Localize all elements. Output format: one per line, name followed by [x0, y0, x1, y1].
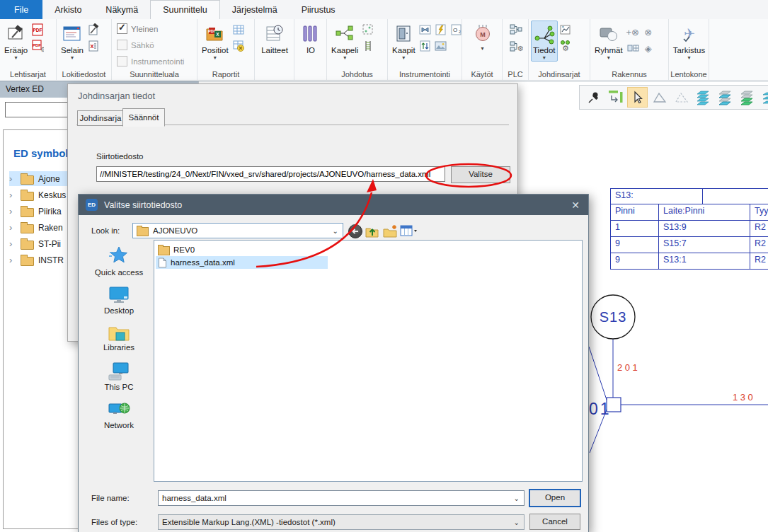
- tab-arkisto[interactable]: Arkisto: [42, 0, 93, 19]
- pdf-settings-icon[interactable]: PDF⚙: [30, 39, 45, 53]
- positiot-button[interactable]: PDFX Positiot: [200, 21, 231, 62]
- plc-structure-icon[interactable]: [509, 23, 523, 37]
- chevron-right-icon[interactable]: ›: [9, 238, 16, 249]
- layers-green-icon[interactable]: [737, 87, 757, 108]
- oxygen-doc-icon[interactable]: O2: [449, 23, 464, 37]
- pin-table-col-header: Tyyppi: [750, 204, 768, 221]
- cursor-icon[interactable]: [627, 87, 648, 108]
- cancel-button[interactable]: Cancel: [529, 514, 580, 530]
- pin-table: S13: Pinni Laite:Pinni Tyyppi 1 S13:9 R2…: [611, 189, 768, 270]
- checkbox-yleinen[interactable]: Yleinen: [117, 23, 193, 35]
- batch-run-icon: [6, 22, 26, 46]
- look-in-combo[interactable]: AJONEUVO ⌄: [132, 223, 343, 238]
- laitteet-button[interactable]: Laitteet: [259, 21, 290, 57]
- tab-piirustus[interactable]: Piirustus: [290, 0, 348, 19]
- tab-saannot[interactable]: Säännöt: [122, 108, 165, 127]
- place-libraries[interactable]: Libraries: [84, 323, 154, 352]
- triangle-dashed-icon[interactable]: [671, 87, 692, 108]
- log-xml-icon[interactable]: x: [86, 39, 101, 53]
- close-icon[interactable]: ✕: [571, 200, 580, 211]
- place-desktop[interactable]: Desktop: [84, 285, 154, 315]
- report-table-remove-icon[interactable]: [231, 39, 246, 53]
- place-network[interactable]: Network: [84, 400, 154, 429]
- tab-suunnittelu[interactable]: Suunnittelu: [150, 0, 220, 19]
- group-label-rakennus: Rakennus: [590, 69, 668, 80]
- tab-nakyma[interactable]: Näkymä: [93, 0, 150, 19]
- file-row-rev0[interactable]: REV0: [156, 243, 195, 256]
- place-this-pc[interactable]: This PC: [84, 362, 154, 391]
- diamond-icon[interactable]: ◈: [641, 41, 655, 55]
- kaapeli-button[interactable]: Kaapeli: [329, 21, 360, 62]
- pushpin-icon[interactable]: [583, 87, 604, 108]
- cable-pair-icon[interactable]: [361, 39, 375, 53]
- laitteet-label: Laitteet: [261, 46, 288, 55]
- ryhmat-button[interactable]: Ryhmät: [592, 21, 625, 62]
- layers-clipped-icon[interactable]: [759, 87, 768, 108]
- ribbon-group-lentokone: ✈ Tarkistus Lentokone: [669, 19, 709, 80]
- place-quick-access[interactable]: Quick access: [84, 245, 154, 277]
- group-label-lehtisarjat: Lehtisarjat: [0, 69, 56, 80]
- canvas-toolbar: [579, 85, 768, 110]
- checkbox-sahko[interactable]: Sähkö: [117, 39, 193, 51]
- file-row-harness-data[interactable]: harness_data.xml: [156, 256, 328, 269]
- x-circle-icon[interactable]: ⊗: [641, 25, 655, 39]
- tab-file[interactable]: File: [0, 0, 42, 19]
- kaytot-drive-button[interactable]: M: [471, 21, 495, 52]
- pin-table-col-header: Laite:Pinni: [658, 204, 750, 221]
- layers-mixed-icon[interactable]: [715, 87, 735, 108]
- eraajo-button[interactable]: Eräajo: [2, 21, 30, 62]
- checkbox-instrumentointi[interactable]: Instrumentointi: [117, 55, 193, 67]
- layers-cyan-icon[interactable]: [693, 87, 713, 108]
- signal-lightning-icon[interactable]: [434, 23, 448, 37]
- selain-button[interactable]: Selain: [59, 21, 86, 62]
- tab-johdinsarja[interactable]: Johdinsarja: [77, 110, 124, 126]
- chevron-right-icon[interactable]: ›: [9, 173, 16, 184]
- log-build-icon[interactable]: [86, 23, 101, 37]
- group-label-johdinsarjat: Johdinsarjat: [529, 69, 590, 80]
- cable-network-icon: [335, 22, 355, 46]
- new-folder-icon[interactable]: [382, 223, 398, 239]
- transfer-file-input[interactable]: [96, 166, 445, 182]
- chevron-right-icon[interactable]: ›: [9, 190, 16, 200]
- view-menu-icon[interactable]: [399, 223, 420, 239]
- chevron-down-icon: ⌄: [333, 227, 343, 235]
- valve-icon[interactable]: [418, 23, 432, 37]
- ribbon-group-laitteet: Laitteet: [255, 19, 294, 80]
- plc-settings-icon[interactable]: ⚙: [509, 40, 523, 54]
- file-list[interactable]: REV0 harness_data.xml: [154, 240, 583, 482]
- files-of-type-combo[interactable]: Extensible Markup Lang.(XML) -tiedostot …: [158, 514, 525, 530]
- tarkistus-button[interactable]: ✈ Tarkistus: [671, 21, 707, 62]
- ribbon-group-rakennus: Ryhmät +⊗ ⊗ ◈: [590, 19, 669, 80]
- io-button[interactable]: IO: [299, 21, 322, 57]
- triangle-icon[interactable]: [649, 87, 670, 108]
- file-name-combo[interactable]: harness_data.xml ⌄: [158, 490, 525, 506]
- file-dialog-titlebar[interactable]: ED Valitse siirtotiedosto ✕: [79, 195, 588, 215]
- kaapit-button[interactable]: Kaapit: [390, 21, 418, 62]
- back-icon[interactable]: [347, 223, 363, 239]
- folder-icon: [21, 257, 34, 266]
- chevron-right-icon[interactable]: ›: [9, 206, 16, 216]
- tab-jarjestelma[interactable]: Järjestelmä: [220, 0, 290, 19]
- file-name-label: File name:: [91, 494, 130, 502]
- node-label-01: 01: [589, 400, 612, 418]
- valitse-button[interactable]: Valitse: [451, 166, 510, 183]
- chevron-right-icon[interactable]: ›: [9, 255, 16, 265]
- pdf-icon[interactable]: PDF: [30, 23, 45, 37]
- image-icon[interactable]: [434, 39, 448, 53]
- selection-dashed-icon[interactable]: [361, 23, 375, 37]
- places-bar: Quick access Desktop Libraries This PC N…: [84, 240, 154, 482]
- up-folder-icon[interactable]: [364, 223, 380, 239]
- tag-table-icon[interactable]: [626, 41, 640, 55]
- open-button[interactable]: Open: [529, 489, 581, 507]
- tiedot-button[interactable]: Tiedot: [531, 21, 558, 62]
- report-table-icon[interactable]: [231, 23, 246, 37]
- remove-x-circle-icon[interactable]: +⊗: [626, 25, 640, 39]
- ribbon-group-johdinsarjat: Tiedot ⚙ Johdinsarjat: [529, 19, 590, 80]
- chevron-right-icon[interactable]: ›: [9, 222, 16, 233]
- group-label-lentokone: Lentokone: [669, 69, 709, 80]
- group-label-suunnitteluala: Suunnitteluala: [112, 69, 197, 80]
- harness-settings-icon[interactable]: ⚙: [558, 39, 573, 53]
- measure-move-icon[interactable]: [605, 87, 626, 108]
- cable-route-icon[interactable]: [418, 39, 432, 53]
- harness-diagram-icon[interactable]: [558, 23, 573, 37]
